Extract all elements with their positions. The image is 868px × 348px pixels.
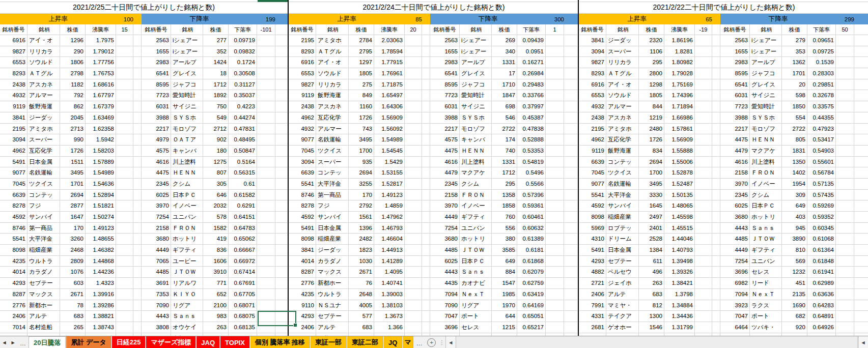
sheet-nav-left-button[interactable]: ◀ [0,336,9,348]
cell-stock-name[interactable]: ゲオホー [606,322,639,333]
cell-price[interactable]: 2712 [203,124,229,134]
cell-stock-code[interactable]: 9119 [289,90,316,101]
cell-stock-code[interactable]: 4592 [0,212,27,222]
cell-rise-rate[interactable]: 1.34436 [664,311,695,322]
cell-blank[interactable] [257,234,275,244]
header-rate[interactable]: 沸騰率 [664,24,695,35]
cell-price[interactable]: 2800 [639,68,664,79]
cell-filler[interactable] [564,267,579,277]
cell-filler[interactable] [275,234,288,244]
cell-filler[interactable] [422,101,430,112]
cell-blank[interactable] [695,190,712,200]
cell-stock-code[interactable]: 2438 [289,101,316,112]
cell-filler[interactable] [275,190,288,200]
cell-rise-rate[interactable]: 1.7975 [86,35,116,46]
cell-stock-code[interactable]: 4293 [579,256,606,267]
cell-stock-code[interactable]: 3988 [720,112,750,123]
cell-price[interactable]: 3910 [203,267,229,277]
cell-fall-rate[interactable]: 0.60461 [517,212,546,222]
cell-stock-code[interactable]: 7090 [430,300,460,311]
cell-fall-rate[interactable]: 0.57435 [807,190,836,200]
cell-price[interactable]: 1331 [492,157,517,167]
cell-stock-code[interactable]: 7045 [289,146,316,156]
cell-stock-name[interactable]: ロブテッ [606,223,639,234]
cell-stock-code[interactable]: 2438 [579,112,606,123]
cell-stock-name[interactable]: 飯野海運 [316,90,349,101]
cell-stock-name[interactable]: ＮｅｘＴ [750,289,782,300]
cell-blank[interactable] [257,245,275,255]
cell-price[interactable]: 1546 [639,322,664,333]
cell-blank[interactable] [257,124,275,134]
cell-stock-name[interactable]: 川上塗料 [460,157,492,167]
cell-rise-rate[interactable]: 1.56092 [374,124,405,134]
selected-cell[interactable] [258,311,296,326]
cell-price[interactable]: 265 [60,322,86,333]
cell-stock-code[interactable]: 4235 [289,289,316,300]
cell-rise-rate[interactable]: 1.53155 [374,167,405,178]
cell-price[interactable]: 1511 [60,157,86,167]
cell-stock-code[interactable]: 4449 [720,245,750,255]
cell-filler[interactable] [564,278,579,288]
cell-rise-rate[interactable]: 1.76753 [86,68,116,79]
cell-filler[interactable] [564,289,579,300]
cell-price[interactable]: 3330 [639,190,664,200]
cell-blank[interactable] [116,68,133,79]
cell-filler[interactable] [133,68,142,79]
cell-filler[interactable] [564,223,579,234]
cell-filler[interactable] [854,289,868,300]
cell-blank[interactable] [546,311,564,322]
cell-blank[interactable] [695,300,712,311]
cell-rise-rate[interactable]: 1.46793 [374,223,405,234]
cell-filler[interactable] [422,311,430,322]
cell-stock-name[interactable]: アミタホ [606,124,639,134]
cell-rise-rate[interactable]: 1.52878 [664,167,695,178]
cell-price[interactable]: 1547 [492,278,517,288]
cell-price[interactable]: 1300 [639,311,664,322]
cell-stock-name[interactable]: 第一商品 [27,223,60,234]
header-rate[interactable]: 下落率 [229,24,257,35]
cell-blank[interactable] [257,278,275,288]
cell-stock-name[interactable]: ＳＹＳホ [171,112,203,123]
cell-price[interactable]: 305 [203,179,229,189]
cell-stock-name[interactable]: ジャフコ [171,79,203,90]
cell-blank[interactable] [116,90,133,101]
cell-filler[interactable] [133,112,142,123]
cell-price[interactable]: 611 [639,256,664,267]
cell-price[interactable]: 2694 [639,157,664,167]
cell-price[interactable]: 2528 [639,234,664,244]
cell-price[interactable]: 1690 [782,300,807,311]
cell-rise-rate[interactable]: 1.54989 [374,134,405,145]
header-name[interactable]: 銘柄 [460,24,492,35]
cell-blank[interactable] [546,46,564,57]
cell-filler[interactable] [133,190,142,200]
cell-price[interactable]: 805 [782,134,807,145]
cell-price[interactable]: 263 [639,278,664,288]
cell-filler[interactable] [422,57,430,68]
cell-blank[interactable] [405,256,422,267]
cell-stock-code[interactable]: 4449 [430,212,460,222]
cell-stock-code[interactable]: 9827 [579,57,606,68]
cell-price[interactable]: 1582 [203,223,229,234]
cell-filler[interactable] [275,200,288,211]
cell-filler[interactable] [275,134,288,145]
cell-stock-code[interactable]: 2776 [0,300,27,311]
cell-stock-name[interactable]: ツクイス [27,179,60,189]
cell-blank[interactable] [546,234,564,244]
cell-rise-rate[interactable]: 1.57861 [664,124,695,134]
cell-blank[interactable] [257,223,275,234]
cell-stock-code[interactable]: 5541 [579,190,606,200]
cell-stock-code[interactable]: 7045 [579,167,606,178]
header-price[interactable]: 株価 [203,24,229,35]
cell-filler[interactable] [133,234,142,244]
cell-stock-name[interactable]: ツバキ・ [750,322,782,333]
cell-price[interactable]: 935 [349,157,374,167]
cell-price[interactable]: 1030 [349,256,374,267]
cell-blank[interactable] [546,167,564,178]
cell-stock-code[interactable]: 4962 [0,146,27,156]
cell-stock-name[interactable]: オウケイ [171,322,203,333]
cell-filler[interactable] [422,157,430,167]
cell-rise-rate[interactable]: 1.44236 [86,267,116,277]
cell-price[interactable]: 983 [203,311,229,322]
cell-filler[interactable] [712,134,720,145]
cell-stock-name[interactable]: 日本ＰＣ [460,256,492,267]
